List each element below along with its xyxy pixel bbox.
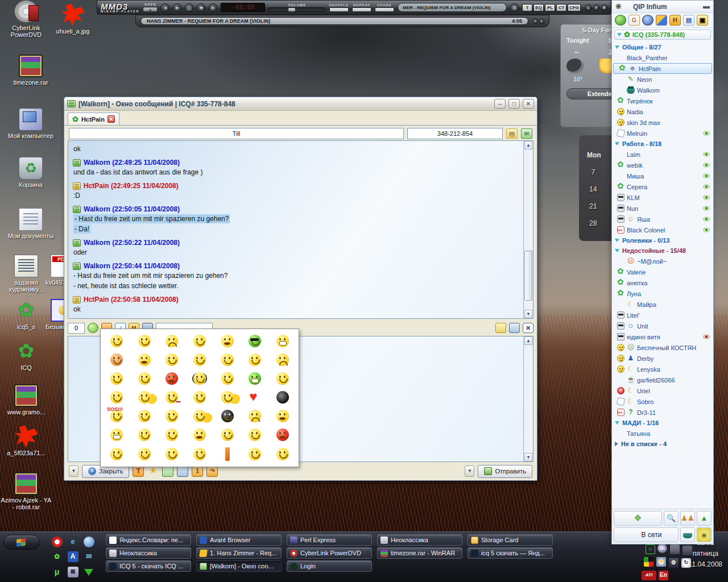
hat-mode-icon[interactable] — [680, 527, 695, 542]
icq-icon[interactable]: ✿ — [52, 551, 63, 562]
qip-minimize-icon[interactable] — [703, 6, 710, 9]
maximize-button[interactable]: □ — [508, 99, 520, 109]
language-indicator[interactable]: En — [659, 571, 668, 580]
crossfade-button[interactable] — [375, 7, 394, 12]
contact-row[interactable]: Derby — [612, 353, 713, 364]
google-icon[interactable]: G — [628, 15, 640, 26]
next-button[interactable]: ► — [209, 3, 217, 12]
contact-row[interactable]: Майра — [612, 299, 713, 310]
scrollbar-thumb[interactable] — [524, 251, 532, 300]
smiley[interactable] — [193, 391, 206, 404]
contact-row[interactable]: HctPain — [613, 63, 712, 74]
smiley[interactable] — [138, 410, 151, 422]
smiley[interactable] — [249, 372, 261, 385]
new-note-icon[interactable] — [495, 323, 506, 333]
globe-icon[interactable] — [615, 15, 626, 26]
contact-row[interactable]: юдино витя — [612, 331, 713, 342]
contact-row[interactable]: Litel' — [612, 310, 713, 321]
smiley[interactable] — [166, 391, 178, 404]
mail-icon[interactable]: ▤ — [68, 567, 78, 577]
contact-row[interactable]: garfield26066 — [612, 375, 713, 385]
list-icon[interactable] — [177, 465, 188, 477]
comet-icon[interactable] — [642, 15, 653, 26]
smiley[interactable] — [221, 429, 234, 441]
smiley[interactable] — [166, 429, 178, 441]
smiley[interactable] — [166, 448, 178, 460]
smiley[interactable] — [276, 354, 289, 366]
smiley[interactable] — [225, 447, 230, 461]
send-file-icon[interactable]: ✉ — [521, 128, 532, 139]
taskbar-button[interactable]: Неоклассика — [377, 534, 462, 546]
uin-field[interactable]: 348-212-854 — [407, 128, 503, 139]
msn-icon[interactable] — [84, 537, 94, 547]
close-options-dropdown[interactable]: ▼ — [69, 465, 78, 477]
smiley[interactable] — [193, 372, 206, 385]
eject-button[interactable]: ▲ — [143, 7, 158, 12]
play-button[interactable]: ► — [173, 3, 181, 12]
smiley[interactable] — [221, 391, 234, 404]
taskbar-button[interactable]: Storage Card — [468, 534, 553, 546]
taskbar-button[interactable]: Avant Browser — [196, 534, 282, 546]
contact-row[interactable]: Lenyska — [612, 364, 713, 375]
qip-titlebar[interactable]: ❋ QIP Infium — [612, 1, 713, 13]
accounts-icon[interactable]: ▣ — [697, 15, 708, 26]
smiley[interactable] — [110, 372, 123, 385]
smiley[interactable] — [166, 354, 178, 366]
icq-account-header[interactable]: ✿ ICQ (335-778-848) — [614, 30, 711, 40]
desktop-icon[interactable]: a_5f023a71... — [0, 425, 52, 456]
smiley[interactable] — [110, 391, 123, 404]
taskbar-button[interactable]: CyberLink PowerDVD — [287, 547, 372, 559]
tab-close-icon[interactable]: ✕ — [107, 115, 115, 123]
desktop-icon[interactable]: uhueli_a.jpg — [47, 3, 99, 35]
contact-row[interactable]: Миша — [612, 171, 713, 181]
outlook-icon[interactable]: ✉ — [84, 551, 94, 562]
smiley[interactable] — [276, 391, 289, 404]
smiley[interactable] — [276, 448, 289, 460]
desktop-icon[interactable]: CyberLink PowerDVD — [0, 0, 52, 38]
smiley[interactable] — [193, 335, 206, 347]
contact-row[interactable]: Unit — [612, 321, 713, 331]
taskbar-button[interactable]: Login — [287, 560, 372, 572]
contact-row[interactable]: Valerie — [612, 267, 713, 277]
tab-hctpain[interactable]: ✿ HctPain ✕ — [68, 113, 119, 125]
smiley[interactable] — [193, 448, 206, 460]
desktop-icon[interactable]: ICQ — [0, 340, 52, 371]
smiley-picker-icon[interactable] — [88, 323, 98, 333]
contact-row[interactable]: Black_Panther — [612, 52, 713, 63]
qip-menu-icon[interactable]: ❋ — [615, 2, 622, 11]
smiley[interactable] — [249, 448, 261, 460]
font-icon[interactable]: T — [133, 465, 144, 477]
desktop-icon[interactable]: Корзина — [5, 157, 57, 188]
smiley[interactable] — [221, 372, 234, 385]
send-button[interactable]: Отправить — [478, 465, 532, 478]
contact-info-icon[interactable]: ▤ — [506, 128, 518, 139]
smiley[interactable] — [249, 354, 261, 366]
visibility-icon[interactable] — [697, 527, 712, 542]
shuffle-button[interactable] — [329, 7, 349, 12]
scroll-down-icon[interactable]: ▼ — [524, 310, 532, 318]
smiley[interactable] — [166, 335, 178, 347]
smiley[interactable] — [249, 335, 261, 347]
smiley[interactable] — [138, 448, 151, 460]
smiley[interactable] — [166, 410, 178, 422]
network-tray-icon[interactable] — [670, 544, 680, 554]
power-tray-icon[interactable]: ⚡ — [656, 557, 666, 567]
status-selector[interactable]: В сети — [614, 527, 679, 542]
smiley[interactable] — [249, 391, 261, 404]
smiley[interactable] — [193, 410, 206, 422]
taskbar-button[interactable]: Perl Express — [287, 534, 372, 546]
scroll-up-icon[interactable]: ▲ — [524, 336, 532, 345]
scroll-down-icon[interactable]: ▼ — [524, 453, 532, 462]
smiley[interactable] — [249, 429, 261, 441]
smiley[interactable] — [276, 335, 289, 347]
contact-row[interactable]: Татьяна — [612, 428, 713, 439]
contact-row[interactable]: Black Colonel — [612, 225, 713, 235]
message-history[interactable]: ok Walkorn (22:49:25 11/04/2008) und da … — [68, 140, 533, 319]
smiley[interactable] — [166, 372, 178, 385]
taskbar-button[interactable]: Яндекс.Словари: пе... — [106, 534, 191, 546]
minimize-button[interactable]: – — [494, 99, 506, 109]
smiley[interactable] — [110, 335, 123, 347]
shade-icon[interactable]: ^ — [593, 5, 599, 11]
desktop-icon[interactable]: Мои документы — [5, 208, 57, 239]
utorrent-icon[interactable]: µ — [52, 567, 63, 577]
